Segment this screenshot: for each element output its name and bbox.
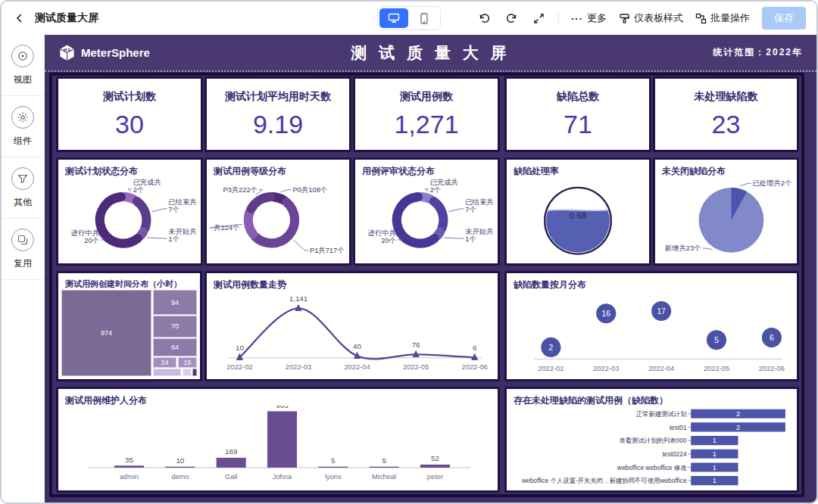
redo-icon[interactable] [504,11,519,26]
svg-text:2022-03: 2022-03 [286,363,311,371]
svg-text:2022-06: 2022-06 [759,365,785,372]
stat-card-test-plans[interactable]: 测试计划数 30 [56,76,203,152]
chart-card-maintainer: 测试用例维护人分布 35admin10demo169Gail963Johna5l… [56,387,500,493]
scatter-chart-defect-month[interactable]: 22022-02162022-03172022-0452022-0562022-… [510,290,794,376]
stat-value: 9.19 [253,110,303,139]
brand-name: MeterSphere [81,46,150,59]
pie-chart-unclosed-defects[interactable]: 已处理共2个新增共23个 [658,176,794,260]
svg-text:963: 963 [276,406,288,409]
editor-sidebar: 视图 组件 其他 复用 [2,35,45,502]
sidebar-item-other[interactable]: 其他 [2,157,44,219]
svg-text:已处理共2个: 已处理共2个 [752,179,791,187]
hbar-chart-unresolved[interactable]: 正常新建测试计划2test012查看测试计划的列表0001test02241we… [510,406,794,487]
svg-text:weboffice weboffice 修改: weboffice weboffice 修改 [617,464,687,471]
sidebar-label-reuse: 复用 [14,257,32,270]
chart-title: 测试用例维护人分布 [58,389,498,407]
svg-text:lyons: lyons [325,473,342,481]
chart-card-defect-rate: 缺陷处理率 0.68 [504,157,651,266]
save-button[interactable]: 保存 [762,7,806,30]
svg-text:169: 169 [225,447,237,456]
stat-card-open-defects[interactable]: 未处理缺陷数 23 [653,76,799,152]
chart-card-create-time: 测试用例创建时间分布（小时） 9749470642415 [56,271,202,381]
batch-icon [695,13,707,24]
stat-card-test-cases[interactable]: 测试用例数 1,271 [353,76,500,152]
svg-text:P1共717个: P1共717个 [310,247,345,254]
svg-text:5: 5 [331,456,336,465]
svg-text:2022-03: 2022-03 [593,365,619,372]
stat-title: 测试用例数 [400,90,453,104]
chart-card-plan-status: 测试计划状态分布 已完成共2个已结束共7个未开始共1个进行中共20个 [56,157,203,266]
toolbar-divider [558,12,559,24]
svg-text:test0224: test0224 [663,450,687,458]
chart-card-case-level: 测试用例等级分布 P0共108个P1共717个共224个P3共222个 [204,157,351,266]
sidebar-item-reuse[interactable]: 复用 [2,219,44,280]
svg-text:共224个: 共224个 [214,224,239,232]
sidebar-item-components[interactable]: 组件 [2,96,44,157]
chart-title: 存在未处理缺陷的测试用例（缺陷数） [507,389,797,407]
svg-text:2022-04: 2022-04 [648,365,674,372]
svg-text:1: 1 [713,477,717,484]
donut-chart-review-status[interactable]: 已完成共2个已结束共7个未开始共1个进行中共20个 [358,176,495,260]
sidebar-item-views[interactable]: 视图 [2,35,44,96]
paint-style-icon [619,13,630,24]
donut-chart-plan-status[interactable]: 已完成共2个已结束共7个未开始共1个进行中共20个 [61,176,198,260]
chart-title: 缺陷处理率 [507,160,649,178]
stat-title: 测试计划平均用时天数 [225,90,331,104]
dashboard-style-label: 仪表板样式 [634,11,683,25]
svg-text:已结束共7个: 已结束共7个 [168,198,196,213]
svg-text:10: 10 [236,344,244,352]
stat-card-total-defects[interactable]: 缺陷总数 71 [504,76,651,152]
device-desktop-button[interactable] [379,8,408,28]
svg-text:1,141: 1,141 [289,294,308,303]
device-mobile-button[interactable] [410,8,439,28]
more-menu[interactable]: ··· 更多 [571,11,607,25]
stat-value: 71 [564,110,592,139]
svg-text:已完成共2个: 已完成共2个 [430,179,458,193]
stat-card-avg-days[interactable]: 测试计划平均用时天数 9.19 [204,76,351,152]
donut-chart-case-level[interactable]: P0共108个P1共717个共224个P3共222个 [210,176,346,260]
svg-text:2022-05: 2022-05 [403,363,429,371]
line-chart-case-trend[interactable]: 102022-021,1412022-03402022-04762022-056… [210,290,495,376]
treemap-chart-create-time[interactable]: 9749470642415 [61,290,197,376]
metersphere-logo: M S [58,44,76,61]
dashboard-style-button[interactable]: 仪表板样式 [619,11,683,25]
svg-text:2022-04: 2022-04 [344,363,370,371]
svg-text:未开始共1个: 未开始共1个 [168,228,196,242]
chart-title: 测试计划状态分布 [58,160,201,178]
svg-text:peter: peter [427,473,443,481]
chart-title: 缺陷数量按月分布 [507,273,797,291]
stat-scope-label: 统计范围：2022年 [713,46,803,59]
svg-text:P3共222个: P3共222个 [223,186,258,194]
svg-text:Micheal: Micheal [372,473,396,481]
chart-title: 测试用例等级分布 [207,160,349,178]
svg-text:admin: admin [120,473,139,481]
undo-icon[interactable] [476,11,492,26]
back-icon[interactable] [12,11,27,26]
svg-text:demo: demo [171,473,189,481]
stat-title: 测试计划数 [103,90,156,104]
svg-text:17: 17 [657,307,666,316]
app-window: 测试质量大屏 ··· 更多 [0,0,818,504]
batch-operation-button[interactable]: 批量操作 [695,11,750,25]
mobile-icon [420,13,429,24]
svg-text:test01: test01 [670,424,687,431]
liquid-chart-defect-rate[interactable]: 0.68 [510,176,646,260]
bar-chart-maintainer[interactable]: 35admin10demo169Gail963Johna5lyons5Miche… [61,406,495,487]
svg-text:16: 16 [602,310,611,318]
svg-text:weboffice 个人设置-开关关闭，新建协同不可使用we: weboffice 个人设置-开关关闭，新建协同不可使用weboffice [521,477,687,484]
chart-title: 测试用例数量走势 [207,273,498,291]
svg-text:Johna: Johna [273,473,292,481]
svg-text:新增共23个: 新增共23个 [664,244,701,252]
more-label: 更多 [587,11,607,25]
batch-operation-label: 批量操作 [710,11,750,25]
chart-card-defect-month: 缺陷数量按月分布 22022-02162022-03172022-0452022… [504,271,799,381]
dashboard-header: M S MeterSphere 测 试 质 量 大 屏 统计范围：2022年 [45,35,816,72]
svg-text:2022-02: 2022-02 [538,365,564,372]
svg-text:35: 35 [125,456,133,464]
sidebar-label-other: 其他 [14,196,32,209]
fullscreen-icon[interactable] [531,11,546,26]
stat-value: 30 [115,110,144,139]
chart-card-review-status: 用例评审状态分布 已完成共2个已结束共7个未开始共1个进行中共20个 [353,157,500,266]
svg-text:6: 6 [473,344,477,352]
svg-text:S: S [67,48,70,52]
